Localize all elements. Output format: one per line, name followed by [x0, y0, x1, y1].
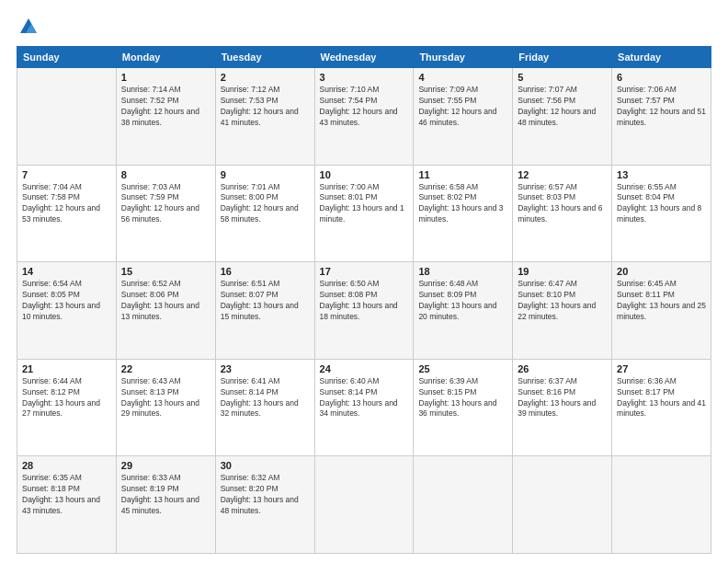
calendar-week-row: 7Sunrise: 7:04 AMSunset: 7:58 PMDaylight…: [17, 165, 711, 262]
calendar-cell: 25Sunrise: 6:39 AMSunset: 8:15 PMDayligh…: [414, 359, 513, 456]
day-number: 8: [121, 169, 210, 180]
calendar-cell: 14Sunrise: 6:54 AMSunset: 8:05 PMDayligh…: [17, 262, 117, 360]
calendar-cell: 13Sunrise: 6:55 AMSunset: 8:04 PMDayligh…: [612, 165, 711, 262]
weekday-header-wednesday: Wednesday: [314, 47, 414, 68]
calendar-cell: 20Sunrise: 6:45 AMSunset: 8:11 PMDayligh…: [612, 262, 711, 360]
day-number: 4: [418, 72, 507, 83]
calendar-cell: 26Sunrise: 6:37 AMSunset: 8:16 PMDayligh…: [513, 359, 612, 456]
weekday-header-monday: Monday: [116, 47, 215, 68]
calendar-cell: 24Sunrise: 6:40 AMSunset: 8:14 PMDayligh…: [314, 359, 414, 456]
calendar-cell: 8Sunrise: 7:03 AMSunset: 7:59 PMDaylight…: [116, 165, 215, 262]
logo: [17, 17, 39, 37]
day-info: Sunrise: 6:58 AMSunset: 8:02 PMDaylight:…: [418, 182, 507, 226]
day-info: Sunrise: 7:09 AMSunset: 7:55 PMDaylight:…: [418, 85, 507, 129]
calendar-cell: [612, 456, 711, 554]
page: SundayMondayTuesdayWednesdayThursdayFrid…: [0, 0, 728, 563]
day-number: 20: [617, 266, 706, 277]
calendar-cell: [17, 68, 117, 166]
day-number: 24: [320, 363, 409, 374]
day-number: 17: [320, 266, 409, 277]
calendar-week-row: 21Sunrise: 6:44 AMSunset: 8:12 PMDayligh…: [17, 359, 711, 456]
day-info: Sunrise: 6:47 AMSunset: 8:10 PMDaylight:…: [518, 279, 607, 323]
calendar-cell: [414, 456, 513, 554]
day-number: 28: [22, 460, 111, 471]
day-info: Sunrise: 7:06 AMSunset: 7:57 PMDaylight:…: [617, 85, 706, 129]
day-info: Sunrise: 6:57 AMSunset: 8:03 PMDaylight:…: [518, 182, 607, 226]
calendar-cell: 29Sunrise: 6:33 AMSunset: 8:19 PMDayligh…: [116, 456, 215, 554]
day-info: Sunrise: 6:32 AMSunset: 8:20 PMDaylight:…: [221, 473, 310, 517]
calendar-cell: 28Sunrise: 6:35 AMSunset: 8:18 PMDayligh…: [17, 456, 117, 554]
calendar-week-row: 14Sunrise: 6:54 AMSunset: 8:05 PMDayligh…: [17, 262, 711, 360]
calendar-table: SundayMondayTuesdayWednesdayThursdayFrid…: [17, 46, 711, 554]
weekday-header-thursday: Thursday: [414, 47, 513, 68]
calendar-cell: 18Sunrise: 6:48 AMSunset: 8:09 PMDayligh…: [414, 262, 513, 360]
calendar-cell: 1Sunrise: 7:14 AMSunset: 7:52 PMDaylight…: [116, 68, 215, 166]
day-info: Sunrise: 6:37 AMSunset: 8:16 PMDaylight:…: [518, 376, 607, 420]
day-info: Sunrise: 7:07 AMSunset: 7:56 PMDaylight:…: [518, 85, 607, 129]
day-info: Sunrise: 7:00 AMSunset: 8:01 PMDaylight:…: [320, 182, 409, 226]
header: [17, 17, 711, 37]
weekday-header-sunday: Sunday: [17, 47, 117, 68]
calendar-cell: 10Sunrise: 7:00 AMSunset: 8:01 PMDayligh…: [314, 165, 414, 262]
day-info: Sunrise: 6:41 AMSunset: 8:14 PMDaylight:…: [221, 376, 310, 420]
day-number: 22: [121, 363, 210, 374]
day-info: Sunrise: 6:51 AMSunset: 8:07 PMDaylight:…: [221, 279, 310, 323]
day-number: 14: [22, 266, 111, 277]
calendar-cell: 23Sunrise: 6:41 AMSunset: 8:14 PMDayligh…: [215, 359, 314, 456]
day-info: Sunrise: 6:33 AMSunset: 8:19 PMDaylight:…: [121, 473, 210, 517]
day-info: Sunrise: 6:39 AMSunset: 8:15 PMDaylight:…: [418, 376, 507, 420]
calendar-cell: 7Sunrise: 7:04 AMSunset: 7:58 PMDaylight…: [17, 165, 117, 262]
calendar-cell: 21Sunrise: 6:44 AMSunset: 8:12 PMDayligh…: [17, 359, 117, 456]
calendar-cell: 22Sunrise: 6:43 AMSunset: 8:13 PMDayligh…: [116, 359, 215, 456]
day-info: Sunrise: 7:14 AMSunset: 7:52 PMDaylight:…: [121, 85, 210, 129]
logo-text: [17, 17, 39, 37]
calendar-cell: 27Sunrise: 6:36 AMSunset: 8:17 PMDayligh…: [612, 359, 711, 456]
calendar-cell: 4Sunrise: 7:09 AMSunset: 7:55 PMDaylight…: [414, 68, 513, 166]
day-info: Sunrise: 6:55 AMSunset: 8:04 PMDaylight:…: [617, 182, 706, 226]
day-number: 13: [617, 169, 706, 180]
day-number: 30: [221, 460, 310, 471]
calendar-cell: 12Sunrise: 6:57 AMSunset: 8:03 PMDayligh…: [513, 165, 612, 262]
calendar-cell: 6Sunrise: 7:06 AMSunset: 7:57 PMDaylight…: [612, 68, 711, 166]
day-info: Sunrise: 7:01 AMSunset: 8:00 PMDaylight:…: [221, 182, 310, 226]
calendar-week-row: 28Sunrise: 6:35 AMSunset: 8:18 PMDayligh…: [17, 456, 711, 554]
day-info: Sunrise: 6:40 AMSunset: 8:14 PMDaylight:…: [320, 376, 409, 420]
day-number: 21: [22, 363, 111, 374]
day-info: Sunrise: 6:48 AMSunset: 8:09 PMDaylight:…: [418, 279, 507, 323]
day-info: Sunrise: 7:10 AMSunset: 7:54 PMDaylight:…: [320, 85, 409, 129]
day-info: Sunrise: 7:12 AMSunset: 7:53 PMDaylight:…: [221, 85, 310, 129]
day-number: 5: [518, 72, 607, 83]
day-number: 9: [221, 169, 310, 180]
day-info: Sunrise: 6:54 AMSunset: 8:05 PMDaylight:…: [22, 279, 111, 323]
weekday-header-saturday: Saturday: [612, 47, 711, 68]
day-number: 18: [418, 266, 507, 277]
day-info: Sunrise: 6:50 AMSunset: 8:08 PMDaylight:…: [320, 279, 409, 323]
day-number: 6: [617, 72, 706, 83]
calendar-cell: [513, 456, 612, 554]
day-info: Sunrise: 6:52 AMSunset: 8:06 PMDaylight:…: [121, 279, 210, 323]
calendar-cell: 19Sunrise: 6:47 AMSunset: 8:10 PMDayligh…: [513, 262, 612, 360]
calendar-cell: 16Sunrise: 6:51 AMSunset: 8:07 PMDayligh…: [215, 262, 314, 360]
day-number: 1: [121, 72, 210, 83]
day-info: Sunrise: 6:35 AMSunset: 8:18 PMDaylight:…: [22, 473, 111, 517]
calendar-cell: [314, 456, 414, 554]
day-number: 26: [518, 363, 607, 374]
day-number: 12: [518, 169, 607, 180]
day-number: 15: [121, 266, 210, 277]
calendar-cell: 2Sunrise: 7:12 AMSunset: 7:53 PMDaylight…: [215, 68, 314, 166]
day-number: 25: [418, 363, 507, 374]
calendar-cell: 15Sunrise: 6:52 AMSunset: 8:06 PMDayligh…: [116, 262, 215, 360]
calendar-cell: 9Sunrise: 7:01 AMSunset: 8:00 PMDaylight…: [215, 165, 314, 262]
day-number: 16: [221, 266, 310, 277]
day-info: Sunrise: 6:36 AMSunset: 8:17 PMDaylight:…: [617, 376, 706, 420]
calendar-cell: 11Sunrise: 6:58 AMSunset: 8:02 PMDayligh…: [414, 165, 513, 262]
day-number: 11: [418, 169, 507, 180]
calendar-cell: 5Sunrise: 7:07 AMSunset: 7:56 PMDaylight…: [513, 68, 612, 166]
day-number: 23: [221, 363, 310, 374]
calendar-cell: 17Sunrise: 6:50 AMSunset: 8:08 PMDayligh…: [314, 262, 414, 360]
day-info: Sunrise: 6:44 AMSunset: 8:12 PMDaylight:…: [22, 376, 111, 420]
calendar-cell: 30Sunrise: 6:32 AMSunset: 8:20 PMDayligh…: [215, 456, 314, 554]
weekday-header-friday: Friday: [513, 47, 612, 68]
day-info: Sunrise: 6:45 AMSunset: 8:11 PMDaylight:…: [617, 279, 706, 323]
calendar-cell: 3Sunrise: 7:10 AMSunset: 7:54 PMDaylight…: [314, 68, 414, 166]
